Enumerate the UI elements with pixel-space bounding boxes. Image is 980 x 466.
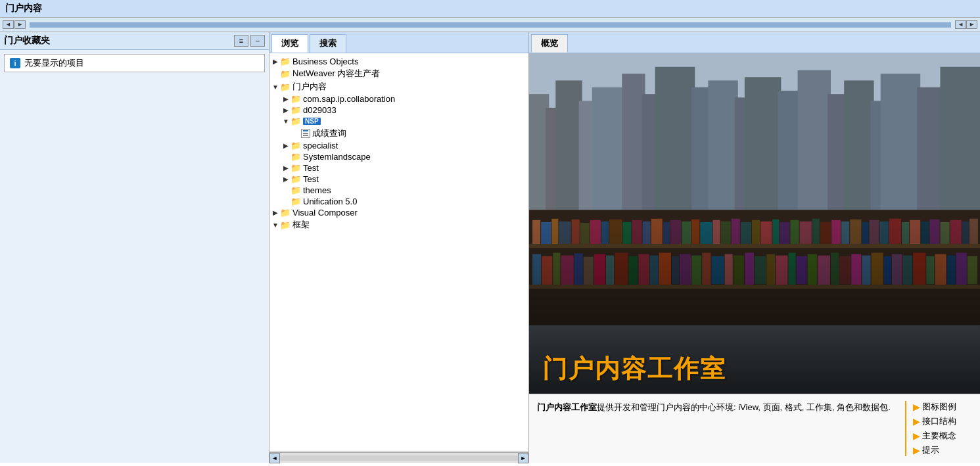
info-message: i 无要显示的项目 bbox=[4, 54, 265, 72]
middle-panel: 浏览 搜索 ▶ 📁 Business Objects 📁 NetWeaver 内… bbox=[269, 32, 529, 463]
link-label-1: 图标图例 bbox=[922, 401, 956, 413]
scroll-divider bbox=[30, 22, 951, 28]
toggle-visual-composer[interactable]: ▶ bbox=[271, 209, 280, 216]
folder-icon-syslandscape: 📁 bbox=[291, 152, 301, 162]
tree-item-specialist[interactable]: ▶ 📁 specialist bbox=[271, 140, 527, 151]
hscroll-track[interactable] bbox=[280, 455, 518, 461]
preview-image-area: 门户内容工作室 bbox=[529, 53, 980, 394]
link-icon-legend[interactable]: ▶ 图标图例 bbox=[913, 401, 972, 413]
tree-item-themes[interactable]: 📁 themes bbox=[271, 185, 527, 196]
tab-browse[interactable]: 浏览 bbox=[271, 34, 308, 53]
tree-label-syslandscape: Systemlandscape bbox=[303, 152, 371, 162]
toggle-framework[interactable]: ▼ bbox=[271, 221, 280, 229]
hscroll-left[interactable]: ◄ bbox=[269, 453, 280, 463]
tree-label-themes: themes bbox=[303, 185, 331, 195]
hscroll-right[interactable]: ► bbox=[518, 453, 528, 463]
toggle-netweaver bbox=[271, 70, 280, 78]
link-tips[interactable]: ▶ 提示 bbox=[913, 444, 972, 456]
right-panel: 概览 bbox=[529, 32, 980, 463]
link-arrow-1: ▶ bbox=[913, 402, 920, 412]
tree-item-unification[interactable]: 📁 Unification 5.0 bbox=[271, 196, 527, 207]
info-icon: i bbox=[10, 58, 20, 68]
tree-item-portal-content[interactable]: ▼ 📁 门户内容 bbox=[271, 80, 527, 93]
scroll-left-arrow2[interactable]: ◄ bbox=[955, 20, 966, 29]
toggle-test1[interactable]: ▶ bbox=[281, 164, 291, 172]
bookshelf-background: 门户内容工作室 bbox=[529, 53, 980, 394]
preview-description: 门户内容工作室提供开发和管理门户内容的中心环境: iView, 页面, 格式, … bbox=[529, 394, 980, 463]
toggle-nsp[interactable]: ▼ bbox=[281, 118, 291, 125]
desc-body: 提供开发和管理门户内容的中心环境: iView, 页面, 格式, 工作集, 角色… bbox=[597, 402, 891, 412]
main-layout: 门户收藏夹 ≡ − i 无要显示的项目 浏览 搜索 ▶ bbox=[0, 32, 980, 463]
toggle-syslandscape bbox=[281, 153, 291, 160]
tree-label-3: 门户内容 bbox=[292, 81, 327, 93]
favorites-title: 门户收藏夹 bbox=[4, 35, 50, 47]
tab-search[interactable]: 搜索 bbox=[310, 34, 346, 53]
nsp-badge: NSP bbox=[303, 118, 321, 125]
toggle-d029033[interactable]: ▶ bbox=[281, 106, 291, 114]
folder-icon-5: 📁 bbox=[291, 105, 301, 115]
toggle-unification bbox=[281, 198, 291, 205]
toggle-business-objects[interactable]: ▶ bbox=[271, 58, 280, 65]
doc-icon-grade bbox=[301, 129, 310, 138]
tree-item-test2[interactable]: ▶ 📁 Test bbox=[271, 174, 527, 185]
link-arrow-2: ▶ bbox=[913, 417, 920, 427]
tree-hscroll[interactable]: ◄ ► bbox=[269, 452, 528, 463]
portal-title-overlay: 门户内容工作室 bbox=[542, 352, 726, 386]
preview-tab-overview[interactable]: 概览 bbox=[531, 34, 568, 53]
toggle-test2[interactable]: ▶ bbox=[281, 175, 291, 183]
folder-icon-themes: 📁 bbox=[291, 185, 301, 195]
link-main-concepts[interactable]: ▶ 主要概念 bbox=[913, 430, 972, 442]
tree-item-netweaver[interactable]: 📁 NetWeaver 内容生产者 bbox=[271, 67, 527, 80]
toggle-portal-content[interactable]: ▼ bbox=[271, 83, 280, 91]
link-arrow-4: ▶ bbox=[913, 446, 920, 455]
toggle-grade bbox=[292, 130, 301, 137]
right-scroll-arrows[interactable]: ◄ ► bbox=[952, 20, 980, 29]
left-panel-icons: ≡ − bbox=[234, 35, 265, 47]
folder-icon-unification: 📁 bbox=[291, 197, 301, 206]
folder-icon-4: 📁 bbox=[291, 94, 301, 104]
folder-icon-nsp: 📁 bbox=[291, 116, 301, 126]
link-interface-structure[interactable]: ▶ 接口结构 bbox=[913, 415, 972, 427]
tree-item-business-objects[interactable]: ▶ 📁 Business Objects bbox=[271, 56, 527, 67]
tree-label-5: d029033 bbox=[303, 105, 337, 115]
toggle-specialist[interactable]: ▶ bbox=[281, 142, 291, 149]
folder-icon-2: 📁 bbox=[280, 69, 291, 79]
tree-label: Business Objects bbox=[292, 57, 358, 66]
page-title: 门户内容 bbox=[0, 0, 980, 18]
tree-item-visual-composer[interactable]: ▶ 📁 Visual Composer bbox=[271, 207, 527, 218]
nav-scroll-row: ◄ ► ◄ ► bbox=[0, 18, 980, 32]
tree-area[interactable]: ▶ 📁 Business Objects 📁 NetWeaver 内容生产者 ▼… bbox=[269, 53, 528, 452]
tree-item-systemlandscape[interactable]: 📁 Systemlandscape bbox=[271, 151, 527, 162]
description-text: 门户内容工作室提供开发和管理门户内容的中心环境: iView, 页面, 格式, … bbox=[537, 401, 906, 456]
tree-label-test1: Test bbox=[303, 163, 319, 173]
list-view-button[interactable]: ≡ bbox=[234, 35, 248, 47]
folder-icon-vc: 📁 bbox=[280, 208, 291, 218]
tree-label-unification: Unification 5.0 bbox=[303, 197, 357, 206]
gradient-overlay bbox=[529, 53, 980, 394]
scroll-right-arrow2[interactable]: ► bbox=[966, 20, 977, 29]
left-scroll-arrows[interactable]: ◄ ► bbox=[0, 20, 28, 29]
tab-bar: 浏览 搜索 bbox=[269, 32, 528, 53]
info-message-text: 无要显示的项目 bbox=[24, 57, 84, 69]
minimize-button[interactable]: − bbox=[250, 35, 265, 47]
link-label-2: 接口结构 bbox=[922, 415, 956, 427]
folder-icon-3: 📁 bbox=[280, 82, 291, 92]
toggle-collaboration[interactable]: ▶ bbox=[281, 95, 291, 103]
folder-icon-specialist: 📁 bbox=[291, 141, 301, 151]
tree-label-vc: Visual Composer bbox=[292, 208, 358, 218]
tree-label-4: com.sap.ip.collaboration bbox=[303, 94, 395, 104]
tree-item-nsp[interactable]: ▼ 📁 NSP bbox=[271, 116, 527, 127]
link-arrow-3: ▶ bbox=[913, 431, 920, 441]
folder-icon-test1: 📁 bbox=[291, 163, 301, 173]
tree-item-d029033[interactable]: ▶ 📁 d029033 bbox=[271, 105, 527, 116]
scroll-left-arrow[interactable]: ◄ bbox=[3, 20, 14, 29]
tree-label-2: NetWeaver 内容生产者 bbox=[292, 68, 380, 80]
scroll-right-arrow[interactable]: ► bbox=[14, 20, 26, 29]
tree-item-test1[interactable]: ▶ 📁 Test bbox=[271, 162, 527, 174]
tree-item-collaboration[interactable]: ▶ 📁 com.sap.ip.collaboration bbox=[271, 93, 527, 105]
preview-content: 门户内容工作室 门户内容工作室提供开发和管理门户内容的中心环境: iView, … bbox=[529, 53, 980, 463]
left-panel-header: 门户收藏夹 ≡ − bbox=[0, 32, 269, 50]
tree-item-framework[interactable]: ▼ 📁 框架 bbox=[271, 218, 527, 231]
folder-icon-framework: 📁 bbox=[280, 220, 291, 230]
tree-item-grade-query[interactable]: 成绩查询 bbox=[271, 127, 527, 140]
